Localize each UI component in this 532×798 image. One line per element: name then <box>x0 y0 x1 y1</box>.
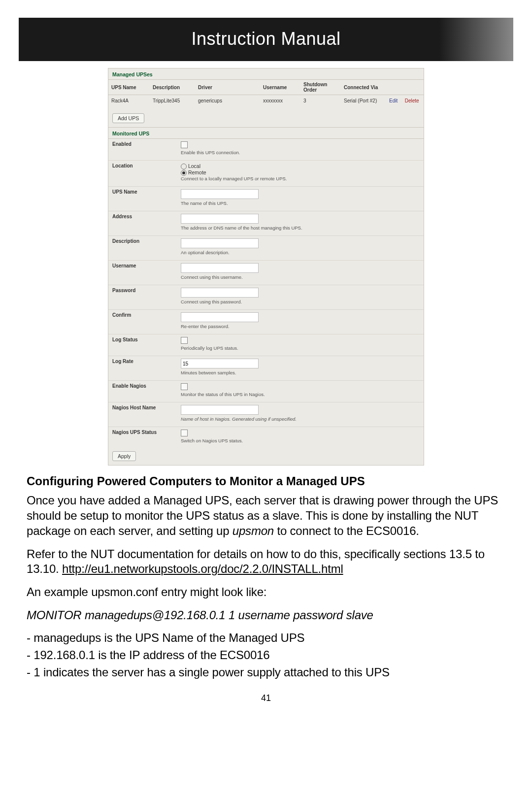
input-password[interactable] <box>181 288 259 298</box>
label-nagioshost: Nagios Host Name <box>108 402 177 427</box>
apply-button[interactable]: Apply <box>112 451 136 461</box>
help-enablenagios: Monitor the status of this UPS in Nagios… <box>181 392 421 397</box>
opt-remote: Remote <box>188 169 206 175</box>
help-nagioshost: Name of host in Nagios. Generated using … <box>181 416 421 422</box>
input-nagioshost[interactable] <box>181 405 259 415</box>
monitored-ups-title: Monitored UPS <box>108 127 424 139</box>
label-address: Address <box>108 211 177 236</box>
bullet-2: - 192.168.0.1 is the IP address of the E… <box>27 648 505 663</box>
cell-desc: TrippLite345 <box>150 95 195 111</box>
ups-config-screenshot: Managed UPSes UPS Name Description Drive… <box>108 68 424 466</box>
label-description: Description <box>108 236 177 261</box>
page-number: 41 <box>0 693 532 703</box>
input-lograte[interactable] <box>181 359 259 368</box>
header-bar: Instruction Manual <box>19 18 513 61</box>
help-logstatus: Periodically log UPS status. <box>181 345 421 351</box>
input-description[interactable] <box>181 238 259 248</box>
col-shutdown-order: Shutdown Order <box>300 80 341 95</box>
edit-link[interactable]: Edit <box>386 95 402 111</box>
delete-link[interactable]: Delete <box>402 95 424 111</box>
col-ups-name: UPS Name <box>108 80 150 95</box>
paragraph-1: Once you have added a Managed UPS, each … <box>27 493 505 538</box>
paragraph-2: Refer to the NUT documentation for detai… <box>27 547 505 577</box>
logstatus-checkbox[interactable] <box>181 337 188 344</box>
help-password: Connect using this password. <box>181 299 421 304</box>
label-logstatus: Log Status <box>108 334 177 356</box>
radio-remote[interactable] <box>181 170 187 176</box>
help-confirm: Re-enter the password. <box>181 324 421 329</box>
help-description: An optional description. <box>181 250 421 255</box>
managed-table-header: UPS Name Description Driver Username Shu… <box>108 80 424 95</box>
enablenagios-checkbox[interactable] <box>181 383 188 390</box>
label-lograte: Log Rate <box>108 356 177 381</box>
label-enablenagios: Enable Nagios <box>108 381 177 402</box>
help-location: Connect to a locally managed UPS or remo… <box>181 176 421 181</box>
cell-order: 3 <box>300 95 341 111</box>
label-confirm: Confirm <box>108 310 177 334</box>
col-driver: Driver <box>195 80 260 95</box>
cell-name: Rack4A <box>108 95 150 111</box>
help-address: The address or DNS name of the host mana… <box>181 225 421 231</box>
label-password: Password <box>108 285 177 310</box>
input-upsname[interactable] <box>181 189 259 199</box>
label-nagiosstatus: Nagios UPS Status <box>108 427 177 449</box>
col-description: Description <box>150 80 195 95</box>
help-nagiosstatus: Switch on Nagios UPS status. <box>181 438 421 443</box>
cell-driver: genericups <box>195 95 260 111</box>
managed-upses-title: Managed UPSes <box>108 68 424 80</box>
page-title: Instruction Manual <box>191 29 340 49</box>
nagiosstatus-checkbox[interactable] <box>181 430 188 436</box>
bullet-1: - managedups is the UPS Name of the Mana… <box>27 631 505 646</box>
help-username: Connect using this username. <box>181 274 421 280</box>
enabled-checkbox[interactable] <box>181 141 188 148</box>
bullet-3: - 1 indicates the server has a single po… <box>27 665 505 680</box>
section-heading: Configuring Powered Computers to Monitor… <box>27 474 505 488</box>
add-ups-button[interactable]: Add UPS <box>112 113 144 123</box>
label-enabled: Enabled <box>108 139 177 161</box>
opt-local: Local <box>188 163 200 169</box>
label-location: Location <box>108 161 177 187</box>
radio-local[interactable] <box>181 164 187 169</box>
input-address[interactable] <box>181 214 259 224</box>
nut-install-link[interactable]: http://eu1.networkupstools.org/doc/2.2.0… <box>62 562 343 575</box>
input-username[interactable] <box>181 263 259 273</box>
cell-user: xxxxxxxx <box>260 95 300 111</box>
example-monitor-line: MONITOR managedups@192.168.0.1 1 usernam… <box>27 608 505 623</box>
managed-table-row: Rack4A TrippLite345 genericups xxxxxxxx … <box>108 95 424 111</box>
label-username: Username <box>108 261 177 285</box>
label-upsname: UPS Name <box>108 187 177 211</box>
input-confirm[interactable] <box>181 312 259 322</box>
help-upsname: The name of this UPS. <box>181 200 421 206</box>
cell-via: Serial (Port #2) <box>341 95 386 111</box>
paragraph-3: An example upsmon.conf entry might look … <box>27 585 505 600</box>
col-connected-via: Connected Via <box>341 80 386 95</box>
help-lograte: Minutes between samples. <box>181 370 421 375</box>
help-enabled: Enable this UPS connection. <box>181 150 421 155</box>
col-username: Username <box>260 80 300 95</box>
